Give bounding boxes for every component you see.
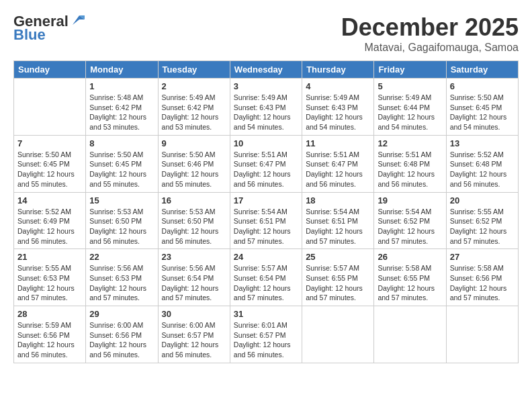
logo: General Blue — [13, 13, 85, 43]
day-info: Sunrise: 5:58 AM Sunset: 6:56 PM Dayligh… — [450, 263, 515, 303]
day-number: 7 — [17, 138, 82, 148]
calendar-cell: 29Sunrise: 6:00 AM Sunset: 6:56 PM Dayli… — [86, 306, 158, 363]
day-info: Sunrise: 5:52 AM Sunset: 6:48 PM Dayligh… — [450, 150, 515, 189]
day-number: 15 — [89, 195, 154, 205]
calendar-cell: 12Sunrise: 5:51 AM Sunset: 6:48 PM Dayli… — [374, 135, 446, 192]
day-header-monday: Monday — [86, 61, 158, 79]
day-number: 9 — [162, 138, 226, 148]
calendar-cell: 5Sunrise: 5:49 AM Sunset: 6:44 PM Daylig… — [374, 79, 446, 136]
day-number: 20 — [450, 195, 515, 205]
day-info: Sunrise: 5:55 AM Sunset: 6:53 PM Dayligh… — [17, 263, 82, 303]
week-row-5: 28Sunrise: 5:59 AM Sunset: 6:56 PM Dayli… — [14, 306, 519, 363]
day-number: 4 — [306, 81, 370, 91]
day-number: 29 — [89, 309, 154, 319]
day-info: Sunrise: 5:52 AM Sunset: 6:49 PM Dayligh… — [17, 207, 82, 246]
day-header-saturday: Saturday — [446, 61, 518, 79]
day-info: Sunrise: 5:50 AM Sunset: 6:45 PM Dayligh… — [89, 150, 154, 189]
calendar-cell: 21Sunrise: 5:55 AM Sunset: 6:53 PM Dayli… — [14, 249, 86, 306]
day-number: 12 — [378, 138, 442, 148]
calendar-cell: 17Sunrise: 5:54 AM Sunset: 6:51 PM Dayli… — [230, 192, 302, 249]
day-header-thursday: Thursday — [302, 61, 374, 79]
day-number: 14 — [17, 195, 82, 205]
calendar-cell: 15Sunrise: 5:53 AM Sunset: 6:50 PM Dayli… — [86, 192, 158, 249]
day-info: Sunrise: 5:50 AM Sunset: 6:45 PM Dayligh… — [17, 150, 82, 189]
day-info: Sunrise: 5:49 AM Sunset: 6:43 PM Dayligh… — [306, 93, 370, 132]
calendar-cell: 26Sunrise: 5:58 AM Sunset: 6:55 PM Dayli… — [374, 249, 446, 306]
calendar-cell: 7Sunrise: 5:50 AM Sunset: 6:45 PM Daylig… — [14, 135, 86, 192]
calendar-cell: 22Sunrise: 5:56 AM Sunset: 6:53 PM Dayli… — [86, 249, 158, 306]
day-number: 16 — [162, 195, 226, 205]
day-number: 18 — [306, 195, 370, 205]
day-number: 26 — [378, 252, 442, 262]
calendar-cell: 30Sunrise: 6:00 AM Sunset: 6:57 PM Dayli… — [158, 306, 230, 363]
day-info: Sunrise: 5:50 AM Sunset: 6:45 PM Dayligh… — [450, 93, 515, 132]
day-info: Sunrise: 5:57 AM Sunset: 6:54 PM Dayligh… — [234, 263, 298, 303]
calendar-table: SundayMondayTuesdayWednesdayThursdayFrid… — [13, 60, 519, 363]
calendar-cell: 18Sunrise: 5:54 AM Sunset: 6:51 PM Dayli… — [302, 192, 374, 249]
day-number: 24 — [234, 252, 298, 262]
calendar-cell: 28Sunrise: 5:59 AM Sunset: 6:56 PM Dayli… — [14, 306, 86, 363]
day-number: 8 — [89, 138, 154, 148]
calendar-cell: 19Sunrise: 5:54 AM Sunset: 6:52 PM Dayli… — [374, 192, 446, 249]
calendar-cell: 4Sunrise: 5:49 AM Sunset: 6:43 PM Daylig… — [302, 79, 374, 136]
day-info: Sunrise: 5:53 AM Sunset: 6:50 PM Dayligh… — [89, 207, 154, 246]
calendar-cell — [374, 306, 446, 363]
day-info: Sunrise: 5:49 AM Sunset: 6:44 PM Dayligh… — [378, 93, 442, 132]
calendar-cell — [14, 79, 86, 136]
day-number: 19 — [378, 195, 442, 205]
week-row-4: 21Sunrise: 5:55 AM Sunset: 6:53 PM Dayli… — [14, 249, 519, 306]
day-info: Sunrise: 5:55 AM Sunset: 6:52 PM Dayligh… — [450, 207, 515, 246]
day-info: Sunrise: 5:51 AM Sunset: 6:47 PM Dayligh… — [306, 150, 370, 189]
day-header-friday: Friday — [374, 61, 446, 79]
day-info: Sunrise: 5:57 AM Sunset: 6:55 PM Dayligh… — [306, 263, 370, 303]
calendar-cell: 1Sunrise: 5:48 AM Sunset: 6:42 PM Daylig… — [86, 79, 158, 136]
calendar-cell: 23Sunrise: 5:56 AM Sunset: 6:54 PM Dayli… — [158, 249, 230, 306]
calendar-cell: 16Sunrise: 5:53 AM Sunset: 6:50 PM Dayli… — [158, 192, 230, 249]
day-number: 31 — [234, 309, 298, 319]
calendar-cell: 14Sunrise: 5:52 AM Sunset: 6:49 PM Dayli… — [14, 192, 86, 249]
day-info: Sunrise: 5:51 AM Sunset: 6:47 PM Dayligh… — [234, 150, 298, 189]
day-number: 11 — [306, 138, 370, 148]
calendar-cell: 10Sunrise: 5:51 AM Sunset: 6:47 PM Dayli… — [230, 135, 302, 192]
day-info: Sunrise: 5:49 AM Sunset: 6:43 PM Dayligh… — [234, 93, 298, 132]
location-subtitle: Matavai, Gagaifomauga, Samoa — [341, 42, 519, 54]
day-number: 22 — [89, 252, 154, 262]
day-info: Sunrise: 5:51 AM Sunset: 6:48 PM Dayligh… — [378, 150, 442, 189]
logo-bird-icon — [70, 13, 85, 28]
calendar-cell: 9Sunrise: 5:50 AM Sunset: 6:46 PM Daylig… — [158, 135, 230, 192]
calendar-cell: 6Sunrise: 5:50 AM Sunset: 6:45 PM Daylig… — [446, 79, 518, 136]
calendar-cell — [302, 306, 374, 363]
day-number: 5 — [378, 81, 442, 91]
calendar-header-row: SundayMondayTuesdayWednesdayThursdayFrid… — [14, 61, 519, 79]
day-number: 30 — [162, 309, 226, 319]
calendar-cell — [446, 306, 518, 363]
day-info: Sunrise: 6:00 AM Sunset: 6:56 PM Dayligh… — [89, 320, 154, 360]
calendar-cell: 13Sunrise: 5:52 AM Sunset: 6:48 PM Dayli… — [446, 135, 518, 192]
day-number: 23 — [162, 252, 226, 262]
day-number: 25 — [306, 252, 370, 262]
day-number: 28 — [17, 309, 82, 319]
calendar-cell: 20Sunrise: 5:55 AM Sunset: 6:52 PM Dayli… — [446, 192, 518, 249]
page-header: General Blue December 2025 Matavai, Gaga… — [13, 13, 519, 54]
week-row-2: 7Sunrise: 5:50 AM Sunset: 6:45 PM Daylig… — [14, 135, 519, 192]
day-info: Sunrise: 5:50 AM Sunset: 6:46 PM Dayligh… — [162, 150, 226, 189]
day-info: Sunrise: 5:56 AM Sunset: 6:54 PM Dayligh… — [162, 263, 226, 303]
week-row-1: 1Sunrise: 5:48 AM Sunset: 6:42 PM Daylig… — [14, 79, 519, 136]
day-number: 21 — [17, 252, 82, 262]
day-info: Sunrise: 5:53 AM Sunset: 6:50 PM Dayligh… — [162, 207, 226, 246]
calendar-cell: 11Sunrise: 5:51 AM Sunset: 6:47 PM Dayli… — [302, 135, 374, 192]
day-number: 1 — [89, 81, 154, 91]
day-number: 10 — [234, 138, 298, 148]
day-number: 3 — [234, 81, 298, 91]
day-info: Sunrise: 6:00 AM Sunset: 6:57 PM Dayligh… — [162, 320, 226, 360]
calendar-cell: 3Sunrise: 5:49 AM Sunset: 6:43 PM Daylig… — [230, 79, 302, 136]
day-number: 2 — [162, 81, 226, 91]
calendar-cell: 27Sunrise: 5:58 AM Sunset: 6:56 PM Dayli… — [446, 249, 518, 306]
day-info: Sunrise: 5:54 AM Sunset: 6:52 PM Dayligh… — [378, 207, 442, 246]
day-number: 13 — [450, 138, 515, 148]
day-info: Sunrise: 5:54 AM Sunset: 6:51 PM Dayligh… — [306, 207, 370, 246]
day-info: Sunrise: 5:49 AM Sunset: 6:42 PM Dayligh… — [162, 93, 226, 132]
calendar-cell: 8Sunrise: 5:50 AM Sunset: 6:45 PM Daylig… — [86, 135, 158, 192]
calendar-cell: 25Sunrise: 5:57 AM Sunset: 6:55 PM Dayli… — [302, 249, 374, 306]
day-info: Sunrise: 5:59 AM Sunset: 6:56 PM Dayligh… — [17, 320, 82, 360]
